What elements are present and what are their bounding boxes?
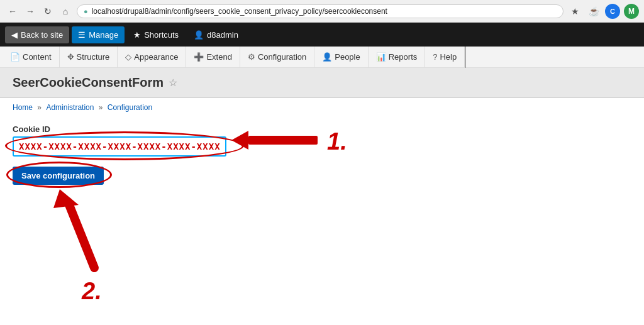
arrow2-shaft: [68, 202, 94, 268]
structure-icon: ✥: [67, 52, 74, 62]
cookie-id-input-wrapper: [13, 136, 226, 157]
page-header: SeerCookieConsentForm ☆: [0, 68, 644, 98]
nav-item-help[interactable]: ? Help: [425, 47, 465, 68]
address-bar[interactable]: ● localhost/drupal8/admin/config/seers_c…: [77, 4, 564, 18]
back-button[interactable]: ←: [5, 4, 20, 19]
extend-label: Extend: [206, 52, 231, 62]
form-area: Cookie ID Save configuration 1.: [0, 117, 644, 192]
menu-icon: ☰: [78, 30, 86, 40]
browser-actions: ★ ☕ C M: [567, 4, 639, 19]
structure-label: Structure: [77, 52, 110, 62]
manage-label: Manage: [89, 30, 118, 40]
help-label: Help: [440, 52, 457, 62]
username-label: d8admin: [207, 30, 238, 40]
reload-button[interactable]: ↻: [40, 4, 55, 19]
configuration-icon: ⚙: [248, 52, 255, 62]
nav-item-structure[interactable]: ✥ Structure: [60, 47, 118, 68]
shortcuts-label: Shortcuts: [144, 30, 179, 40]
nav-item-people[interactable]: 👤 People: [314, 47, 368, 68]
save-btn-wrapper: Save configuration: [13, 167, 104, 185]
nav-item-content[interactable]: 📄 Content: [3, 47, 60, 68]
cookie-id-group: Cookie ID: [13, 124, 631, 157]
shortcuts-button[interactable]: ★ Shortcuts: [127, 26, 185, 43]
breadcrumb-administration[interactable]: Administration: [46, 103, 94, 112]
back-icon: ◀: [11, 30, 18, 40]
cookie-id-input[interactable]: [13, 136, 226, 157]
cookie-id-label: Cookie ID: [13, 124, 631, 134]
browser-chrome: ← → ↻ ⌂ ● localhost/drupal8/admin/config…: [0, 0, 644, 23]
nav-item-extend[interactable]: ➕ Extend: [186, 47, 240, 68]
back-to-site-label: Back to site: [21, 30, 63, 40]
reports-label: Reports: [389, 52, 418, 62]
breadcrumb-separator-1: »: [37, 103, 43, 112]
main-area: SeerCookieConsentForm ☆ Home » Administr…: [0, 68, 644, 325]
people-label: People: [335, 52, 360, 62]
annotation-label-2: 2.: [81, 278, 102, 304]
help-icon: ?: [433, 52, 437, 62]
extend-icon: ➕: [194, 52, 204, 62]
user-icon: 👤: [194, 30, 204, 40]
forward-button[interactable]: →: [23, 4, 38, 19]
appearance-label: Appearance: [134, 52, 178, 62]
content-icon: 📄: [10, 52, 20, 62]
breadcrumb-home[interactable]: Home: [13, 103, 33, 112]
home-button[interactable]: ⌂: [58, 4, 73, 19]
people-icon: 👤: [322, 52, 332, 62]
appearance-icon: ◇: [125, 52, 131, 62]
profile-circle-blue[interactable]: C: [605, 4, 620, 19]
admin-toolbar: ◀ Back to site ☰ Manage ★ Shortcuts 👤 d8…: [0, 23, 644, 47]
content-label: Content: [23, 52, 52, 62]
configuration-label: Configuration: [258, 52, 306, 62]
arrow2-head: [53, 189, 79, 208]
nav-border: [465, 47, 467, 68]
url-text: localhost/drupal8/admin/config/seers_coo…: [92, 7, 557, 16]
save-configuration-button[interactable]: Save configuration: [13, 167, 104, 185]
nav-item-configuration[interactable]: ⚙ Configuration: [240, 47, 314, 68]
page-title: SeerCookieConsentForm: [13, 75, 164, 90]
extensions-button[interactable]: ☕: [586, 4, 601, 19]
star-icon: ★: [133, 30, 141, 40]
secondary-nav: 📄 Content ✥ Structure ◇ Appearance ➕ Ext…: [0, 47, 644, 68]
manage-button[interactable]: ☰ Manage: [72, 26, 125, 43]
user-button[interactable]: 👤 d8admin: [187, 26, 245, 43]
bookmark-button[interactable]: ★: [567, 4, 582, 19]
nav-item-appearance[interactable]: ◇ Appearance: [118, 47, 186, 68]
favorite-icon[interactable]: ☆: [169, 77, 177, 89]
profile-circle-green[interactable]: M: [624, 4, 639, 19]
reports-icon: 📊: [376, 52, 386, 62]
breadcrumb-separator-2: »: [99, 103, 105, 112]
breadcrumb: Home » Administration » Configuration: [0, 98, 644, 117]
breadcrumb-configuration[interactable]: Configuration: [108, 103, 152, 112]
browser-nav-buttons: ← → ↻ ⌂: [5, 4, 73, 19]
nav-item-reports[interactable]: 📊 Reports: [369, 47, 426, 68]
back-to-site-button[interactable]: ◀ Back to site: [5, 26, 69, 43]
lock-icon: ●: [84, 8, 88, 15]
